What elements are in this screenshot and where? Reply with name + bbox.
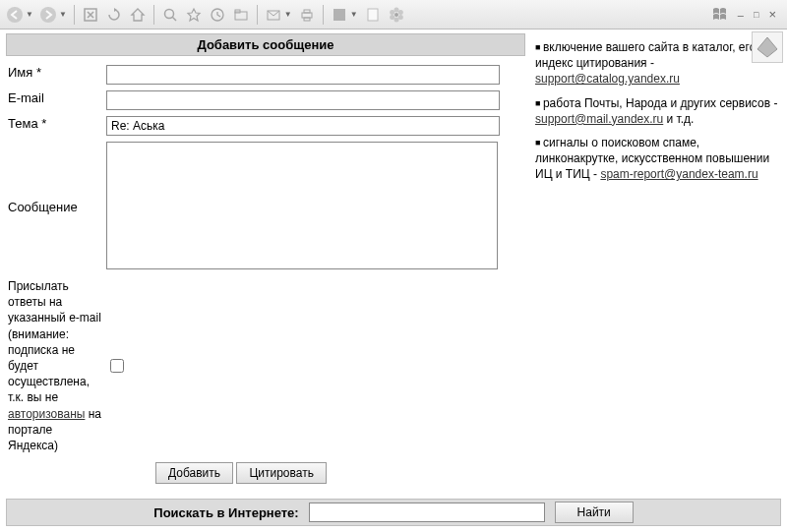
square-dropdown-icon[interactable]: ▼ (350, 10, 358, 19)
folders-icon[interactable] (230, 4, 252, 26)
forward-dropdown-icon[interactable]: ▼ (59, 10, 67, 19)
catalog-support-link[interactable]: support@catalog.yandex.ru (535, 72, 680, 86)
icq-flower-icon[interactable] (386, 4, 407, 26)
back-dropdown-icon[interactable]: ▼ (26, 10, 33, 19)
subscribe-text-pre: Присылать ответы на указанный e-mail (8, 279, 101, 325)
svg-line-4 (172, 17, 176, 21)
svg-point-17 (397, 15, 402, 20)
svg-point-15 (394, 7, 398, 12)
print-icon[interactable] (296, 4, 318, 26)
side-item-3: сигналы о поисковом спаме, линконакрутке… (535, 135, 779, 183)
browser-toolbar: ▼ ▼ ▼ ▼ – □ × (0, 0, 787, 30)
add-button[interactable]: Добавить (155, 462, 233, 484)
forward-button[interactable] (37, 4, 59, 26)
search-input[interactable] (309, 502, 545, 522)
message-label: Сообщение (6, 139, 104, 275)
spam-report-link[interactable]: spam-report@yandex-team.ru (600, 167, 757, 181)
subject-input[interactable] (106, 116, 500, 136)
email-input[interactable] (106, 90, 500, 110)
square-icon[interactable] (329, 4, 350, 26)
mail-dropdown-icon[interactable]: ▼ (284, 10, 292, 19)
window-minimize[interactable]: – (735, 9, 747, 21)
mail-icon[interactable] (263, 4, 284, 26)
page-icon[interactable] (362, 4, 384, 26)
auth-link[interactable]: авторизованы (8, 407, 85, 421)
svg-rect-13 (368, 9, 378, 21)
svg-rect-10 (304, 10, 310, 13)
favorites-icon[interactable] (183, 4, 205, 26)
svg-point-1 (40, 7, 56, 23)
search-icon[interactable] (159, 4, 181, 26)
subscribe-label: Присылать ответы на указанный e-mail (вн… (6, 275, 104, 456)
throbber-icon (752, 31, 783, 63)
svg-point-18 (394, 17, 398, 22)
search-button[interactable]: Найти (555, 502, 634, 523)
window-close[interactable]: × (765, 7, 779, 22)
mail-support-link[interactable]: support@mail.yandex.ru (535, 112, 663, 126)
subscribe-checkbox[interactable] (110, 359, 124, 373)
side-item-1: включение вашего сайта в каталог, его ин… (535, 39, 779, 88)
history-icon[interactable] (207, 4, 228, 26)
side-panel: включение вашего сайта в каталог, его ин… (531, 30, 787, 502)
back-button[interactable] (4, 4, 26, 26)
home-button[interactable] (127, 4, 149, 26)
quote-button[interactable]: Цитировать (236, 462, 327, 484)
svg-point-0 (7, 7, 23, 23)
refresh-button[interactable] (103, 4, 125, 26)
subject-label: Тема * (6, 113, 104, 139)
search-label: Поискать в Интернете: (153, 505, 298, 520)
window-maximize[interactable]: □ (751, 10, 761, 20)
form-panel: Добавить сообщение Имя * E-mail Тема * С… (0, 30, 531, 502)
message-textarea[interactable] (106, 142, 498, 269)
side-item-1-text: включение вашего сайта в каталог, его ин… (535, 40, 756, 70)
email-label: E-mail (6, 88, 104, 113)
svg-rect-9 (302, 13, 312, 18)
stop-button[interactable] (80, 4, 101, 26)
svg-rect-11 (304, 18, 310, 21)
side-item-2-post: и т.д. (663, 112, 694, 126)
side-item-2-text: работа Почты, Народа и других сервисов - (543, 96, 777, 110)
form-title: Добавить сообщение (6, 33, 525, 56)
svg-point-20 (390, 10, 394, 15)
svg-point-16 (397, 10, 402, 15)
windows-logo-icon (711, 6, 731, 24)
search-bar: Поискать в Интернете: Найти (6, 499, 781, 526)
side-item-2: работа Почты, Народа и других сервисов -… (535, 95, 779, 127)
subscribe-note1: (внимание: подписка не будет осуществлен… (8, 327, 90, 405)
svg-rect-12 (333, 9, 345, 21)
name-label: Имя * (6, 62, 104, 88)
svg-point-19 (390, 15, 394, 20)
svg-point-14 (394, 13, 398, 17)
name-input[interactable] (106, 65, 500, 85)
